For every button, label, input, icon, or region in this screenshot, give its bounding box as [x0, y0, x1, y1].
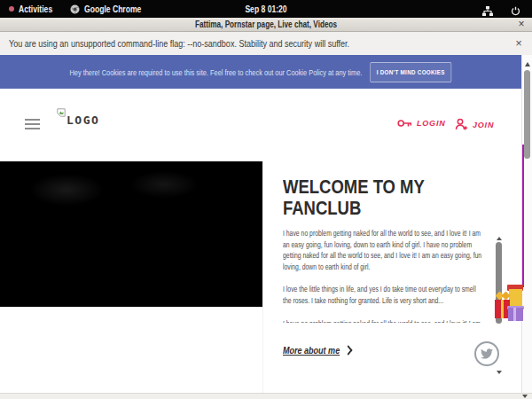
site-header: LOGO LOGIN JOIN [0, 89, 521, 161]
about-heading: WELCOME TO MY FANCLUB [283, 176, 441, 218]
recording-indicator-icon [9, 6, 14, 12]
bio-paragraph: I have no problem getting naked for all … [283, 318, 484, 323]
bio-paragraph: I love the little things in life, and ye… [283, 284, 484, 306]
logo-text: LOGO [66, 113, 99, 127]
browser-warning-bar: You are using an unsupported command-lin… [0, 32, 532, 55]
chevron-right-icon [344, 345, 352, 355]
video-player[interactable] [0, 161, 262, 307]
bio-paragraph: I have no problem getting naked for all … [283, 228, 484, 272]
join-label: JOIN [473, 121, 494, 129]
broken-image-icon [57, 108, 66, 117]
user-plus-icon [455, 118, 468, 131]
desktop-screen: Activities Google Chrome Sep 8 01:20 [0, 0, 532, 399]
activities-label: Activities [19, 4, 52, 14]
login-label: LOGIN [417, 119, 446, 128]
warning-message: You are using an unsupported command-lin… [9, 32, 349, 55]
gnome-top-bar: Activities Google Chrome Sep 8 01:20 [0, 0, 532, 18]
window-close-button[interactable]: × [515, 18, 528, 31]
twitter-button[interactable] [474, 341, 499, 366]
gift-box-purple-ribbon [513, 308, 516, 321]
clock[interactable]: Sep 8 01:20 [59, 0, 473, 18]
window-titlebar[interactable]: Fattima, Pornstar page, Live chat, Video… [0, 18, 532, 32]
hamburger-menu-icon[interactable] [25, 119, 40, 129]
panel-scroll-down-arrow[interactable] [497, 371, 502, 374]
page-viewport: Hey there! Cookies are required to use t… [0, 55, 521, 393]
scroll-down-arrow[interactable] [522, 395, 528, 398]
gift-box-red-ribbon [501, 300, 504, 318]
join-button[interactable]: JOIN [455, 118, 494, 131]
login-button[interactable]: LOGIN [397, 118, 446, 129]
window-title: Fattima, Pornstar page, Live chat, Video… [59, 18, 473, 31]
cookie-accept-button[interactable]: I DON'T MIND COOKIES [370, 62, 452, 82]
cookie-message: Hey there! Cookies are required to use t… [69, 67, 362, 77]
panel-scroll-up-arrow[interactable] [497, 237, 502, 240]
warning-close-button[interactable]: × [512, 36, 525, 50]
page-scrollbar-thumb[interactable] [524, 70, 530, 159]
twitter-icon [481, 348, 493, 359]
activities-button[interactable]: Activities [9, 0, 62, 18]
more-about-label: More about me [283, 345, 340, 356]
more-about-link[interactable]: More about me [283, 345, 351, 356]
scroll-up-arrow[interactable] [525, 62, 530, 66]
about-panel: WELCOME TO MY FANCLUB I have no problem … [262, 161, 521, 393]
window-bottom-edge [0, 393, 532, 399]
cookie-banner: Hey there! Cookies are required to use t… [0, 55, 521, 89]
site-logo[interactable]: LOGO [57, 108, 99, 127]
about-text: I have no problem getting naked for all … [283, 228, 484, 323]
gift-ribbon-string [522, 145, 524, 287]
key-icon [397, 118, 412, 129]
